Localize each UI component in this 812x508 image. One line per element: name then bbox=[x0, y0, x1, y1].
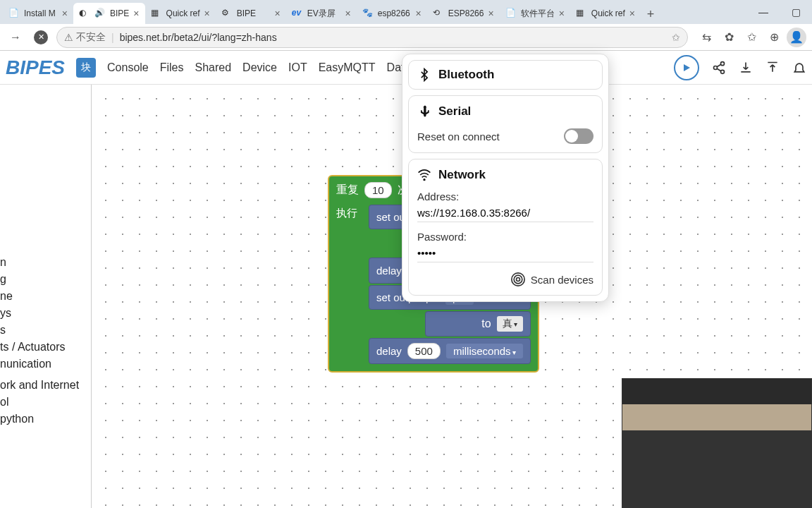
unit-dropdown[interactable]: milliseconds bbox=[446, 344, 523, 358]
network-section: Network Address: Password: Scan devices bbox=[408, 159, 603, 296]
nav-iot[interactable]: IOT bbox=[288, 61, 307, 74]
nav-files[interactable]: Files bbox=[160, 61, 184, 74]
url-field[interactable]: ⚠ 不安全 | bipes.net.br/beta2/ui/?lang=zh-h… bbox=[56, 27, 688, 48]
minimize-button[interactable]: — bbox=[747, 0, 780, 24]
sidebar-item[interactable]: python bbox=[0, 411, 91, 428]
sidebar-item[interactable]: ys bbox=[0, 305, 91, 322]
share-icon[interactable] bbox=[712, 61, 726, 75]
tab-4[interactable]: ev EV录屏 × bbox=[286, 3, 357, 24]
upload-icon[interactable] bbox=[765, 61, 780, 75]
to-label: to bbox=[481, 318, 491, 330]
scan-devices-button[interactable]: Scan devices bbox=[417, 272, 593, 286]
tab-6[interactable]: ⟲ ESP8266 × bbox=[427, 3, 500, 24]
sidebar-item[interactable]: nunication bbox=[0, 356, 91, 373]
favicon: ▦ bbox=[576, 8, 587, 19]
bluetooth-label: Bluetooth bbox=[438, 68, 494, 82]
svg-point-0 bbox=[721, 61, 725, 65]
sidebar-item[interactable]: ork and Internet bbox=[0, 377, 91, 394]
delay-value[interactable]: 500 bbox=[407, 343, 441, 359]
sync-icon[interactable]: ⇆ bbox=[696, 28, 716, 47]
app-logo: BIPES bbox=[6, 56, 65, 79]
tab-8[interactable]: ▦ Quick ref × bbox=[570, 3, 641, 24]
security-badge: ⚠ 不安全 bbox=[64, 31, 106, 44]
nav-console[interactable]: Console bbox=[107, 61, 149, 74]
favicon: 🐾 bbox=[362, 8, 374, 19]
svg-point-1 bbox=[714, 66, 718, 69]
favicon: ⟲ bbox=[433, 8, 444, 19]
tab-title: BIPE bbox=[237, 8, 271, 18]
reset-toggle[interactable] bbox=[564, 128, 593, 144]
scan-label: Scan devices bbox=[531, 274, 593, 286]
sidebar-item[interactable]: s bbox=[0, 322, 91, 339]
nav-easymqtt[interactable]: EasyMQTT bbox=[319, 61, 376, 74]
profile-icon[interactable]: 👤 bbox=[787, 28, 806, 47]
blocks-badge[interactable]: 块 bbox=[76, 58, 96, 78]
svg-point-5 bbox=[424, 179, 425, 181]
bool-dropdown[interactable]: 真 bbox=[497, 316, 524, 332]
bluetooth-section[interactable]: Bluetooth bbox=[408, 60, 603, 90]
favicon: 📄 bbox=[505, 8, 517, 19]
download-icon[interactable] bbox=[739, 61, 753, 75]
close-icon[interactable]: × bbox=[488, 8, 493, 19]
close-icon[interactable]: × bbox=[62, 8, 68, 19]
serial-label: Serial bbox=[438, 104, 471, 119]
repeat-label: 重复 bbox=[336, 183, 359, 198]
password-label: Password: bbox=[417, 231, 593, 243]
tab-0[interactable]: 📄 Install M × bbox=[3, 3, 73, 24]
tab-title: EV录屏 bbox=[307, 8, 341, 20]
collections-icon[interactable]: ⊕ bbox=[764, 28, 784, 47]
nav-device[interactable]: Device bbox=[242, 61, 277, 74]
tab-title: Install M bbox=[24, 8, 58, 18]
sidebar-item[interactable]: n bbox=[0, 254, 91, 271]
loading-icon: ◐ bbox=[79, 8, 90, 19]
stop-button[interactable]: ✕ bbox=[34, 30, 48, 44]
sidebar-item[interactable]: ts / Actuators bbox=[0, 339, 91, 356]
svg-line-3 bbox=[717, 64, 721, 67]
tab-5[interactable]: 🐾 esp8266 × bbox=[357, 3, 427, 24]
password-input[interactable] bbox=[417, 244, 593, 262]
svg-line-4 bbox=[717, 68, 721, 71]
close-icon[interactable]: × bbox=[275, 8, 281, 19]
new-tab-button[interactable]: + bbox=[641, 4, 660, 24]
maximize-button[interactable]: ▢ bbox=[780, 0, 812, 24]
address-bar: → ✕ ⚠ 不安全 | bipes.net.br/beta2/ui/?lang=… bbox=[0, 24, 812, 51]
address-input[interactable] bbox=[417, 204, 593, 222]
repeat-count-field[interactable]: 10 bbox=[364, 182, 392, 198]
sidebar-item[interactable]: g bbox=[0, 271, 91, 288]
close-icon[interactable]: × bbox=[345, 8, 351, 19]
tab-2[interactable]: ▦ Quick ref × bbox=[145, 3, 216, 24]
favicon: 📄 bbox=[8, 8, 20, 19]
close-icon[interactable]: × bbox=[629, 8, 635, 19]
bell-icon[interactable] bbox=[792, 61, 806, 75]
browser-tab-strip: 📄 Install M × ◐ 🔊 BIPE × ▦ Quick ref × ⚙… bbox=[0, 0, 812, 24]
svg-point-2 bbox=[721, 70, 725, 73]
reset-label: Reset on connect bbox=[417, 131, 500, 143]
favicon: ev bbox=[292, 8, 303, 19]
sidebar-item[interactable]: ol bbox=[0, 394, 91, 411]
connection-popup: Bluetooth Serial Reset on connect Networ… bbox=[402, 54, 609, 302]
favorites-icon[interactable]: ✩ bbox=[742, 28, 761, 47]
serial-header[interactable]: Serial bbox=[417, 104, 593, 119]
tab-3[interactable]: ⚙ BIPE × bbox=[216, 3, 286, 24]
run-button[interactable] bbox=[674, 55, 699, 80]
tab-7[interactable]: 📄 软件平台 × bbox=[500, 3, 570, 24]
svg-point-7 bbox=[514, 275, 522, 284]
close-icon[interactable]: × bbox=[133, 8, 139, 19]
forward-button[interactable]: → bbox=[6, 28, 25, 47]
close-icon[interactable]: × bbox=[416, 8, 422, 19]
tab-title: Quick ref bbox=[166, 8, 200, 18]
serial-section: Serial Reset on connect bbox=[408, 95, 603, 153]
tab-1[interactable]: ◐ 🔊 BIPE × bbox=[73, 3, 145, 24]
nav-shared[interactable]: Shared bbox=[195, 61, 232, 74]
close-icon[interactable]: × bbox=[559, 8, 565, 19]
delay-block[interactable]: delay 500 milliseconds bbox=[369, 338, 531, 364]
favicon: ⚙ bbox=[221, 8, 233, 19]
sidebar-item[interactable]: ne bbox=[0, 288, 91, 305]
favicon: ▦ bbox=[151, 8, 162, 19]
close-icon[interactable]: × bbox=[204, 8, 210, 19]
extensions-icon[interactable]: ✿ bbox=[719, 28, 739, 47]
star-icon[interactable]: ✩ bbox=[672, 32, 680, 43]
category-sidebar: n g ne ys s ts / Actuators nunication or… bbox=[0, 85, 92, 508]
address-label: Address: bbox=[417, 190, 593, 202]
to-value-row[interactable]: to 真 bbox=[425, 311, 531, 337]
